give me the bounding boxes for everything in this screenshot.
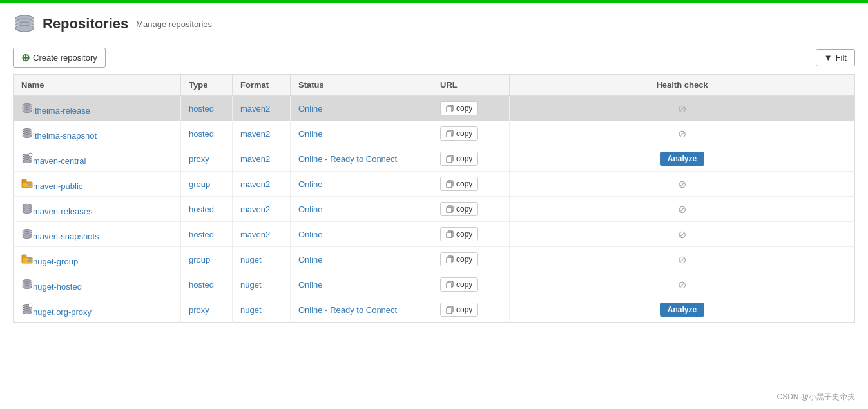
repository-format: maven2 (240, 230, 270, 239)
create-repository-button[interactable]: ⊕ Create repository (13, 48, 106, 68)
copy-url-button[interactable]: copy (440, 177, 478, 191)
repositories-icon (13, 12, 36, 35)
copy-icon (446, 155, 454, 163)
hosted-icon (21, 278, 33, 290)
toolbar: ⊕ Create repository ▼ Filt (0, 41, 868, 74)
col-header-type[interactable]: Type (181, 75, 233, 96)
repository-status: Online - Ready to Connect (298, 154, 397, 164)
repository-type: proxy (189, 154, 209, 164)
svg-text:→: → (29, 154, 32, 157)
col-header-status[interactable]: Status (291, 75, 432, 96)
proxy-icon: → (21, 303, 33, 315)
svg-point-22 (23, 134, 32, 137)
repository-type: group (189, 255, 210, 264)
svg-rect-87 (447, 308, 452, 314)
copy-url-button[interactable]: copy (440, 126, 478, 141)
svg-point-6 (15, 25, 34, 32)
table-header-row: Name ↑ Type Format Status URL Health che… (14, 75, 855, 96)
repository-status: Online (298, 230, 323, 239)
svg-point-83 (23, 310, 32, 314)
page-title: Repositories (43, 15, 128, 32)
table-row[interactable]: maven-publicgroupmaven2Online copy ⊘ (14, 172, 855, 197)
copy-url-button[interactable]: copy (440, 152, 478, 166)
svg-rect-51 (447, 207, 452, 213)
proxy-icon: → (21, 152, 33, 164)
hosted-icon (21, 203, 33, 214)
health-check-disabled: ⊘ (678, 179, 686, 190)
health-check-disabled: ⊘ (678, 279, 686, 290)
page-subtitle: Manage repositories (136, 19, 212, 29)
table-row[interactable]: maven-snapshotshostedmaven2Online copy ⊘ (14, 222, 855, 247)
copy-url-button[interactable]: copy (440, 227, 478, 241)
repository-type: hosted (189, 230, 214, 239)
repository-name-link[interactable]: maven-releases (33, 206, 93, 216)
repository-type: hosted (189, 129, 214, 139)
repository-name-link[interactable]: maven-snapshots (33, 232, 99, 241)
svg-text:→: → (29, 304, 32, 308)
col-header-format[interactable]: Format (233, 75, 291, 96)
repository-status: Online (298, 129, 323, 139)
repository-format: maven2 (240, 154, 270, 164)
hosted-icon (21, 127, 33, 139)
copy-icon (446, 281, 454, 288)
analyze-button[interactable]: Analyze (660, 152, 704, 166)
analyze-button[interactable]: Analyze (660, 303, 704, 317)
repository-name-link[interactable]: itheima-snapshot (33, 131, 97, 141)
filter-icon: ▼ (824, 53, 833, 63)
repository-name-link[interactable]: maven-central (33, 156, 86, 166)
copy-url-button[interactable]: copy (440, 303, 478, 317)
repositories-table-container: Name ↑ Type Format Status URL Health che… (0, 74, 868, 323)
repository-status: Online (298, 255, 323, 264)
svg-point-65 (27, 259, 32, 261)
repository-name-link[interactable]: nuget.org-proxy (33, 307, 92, 317)
svg-point-74 (23, 285, 32, 288)
copy-icon (446, 205, 454, 213)
table-row[interactable]: → nuget.org-proxyproxynugetOnline - Read… (14, 297, 855, 323)
svg-rect-42 (447, 182, 452, 188)
health-check-disabled: ⊘ (678, 103, 686, 114)
repository-status: Online - Ready to Connect (298, 305, 397, 315)
table-row[interactable]: nuget-groupgroupnugetOnline copy ⊘ (14, 247, 855, 272)
repository-name-link[interactable]: itheima-release (33, 106, 90, 115)
repository-format: maven2 (240, 129, 270, 139)
copy-url-button[interactable]: copy (440, 252, 478, 266)
filter-button[interactable]: ▼ Filt (816, 49, 855, 66)
copy-url-button[interactable]: copy (440, 101, 478, 115)
copy-url-button[interactable]: copy (440, 202, 478, 216)
hosted-icon (21, 228, 33, 239)
repositories-table: Name ↑ Type Format Status URL Health che… (13, 74, 855, 323)
repository-name-link[interactable]: maven-public (33, 181, 82, 191)
copy-url-button[interactable]: copy (440, 277, 478, 292)
repository-format: maven2 (240, 104, 270, 114)
health-check-disabled: ⊘ (678, 128, 686, 139)
repository-format: maven2 (240, 179, 270, 189)
filter-label: Filt (836, 53, 847, 63)
col-header-health[interactable]: Health check (510, 75, 855, 96)
svg-point-49 (23, 210, 32, 213)
repository-status: Online (298, 280, 323, 290)
col-header-url[interactable]: URL (432, 75, 510, 96)
repository-type: hosted (189, 204, 214, 214)
repository-type: group (189, 179, 210, 189)
repository-name-link[interactable]: nuget-group (33, 257, 78, 266)
copy-icon (446, 306, 454, 314)
table-row[interactable]: itheima-releasehostedmaven2Online copy ⊘ (14, 95, 855, 121)
copy-icon (446, 230, 454, 238)
group-icon (21, 253, 33, 264)
repository-name-link[interactable]: nuget-hosted (33, 282, 82, 292)
page-header: Repositories Manage repositories (0, 3, 868, 41)
table-row[interactable]: → maven-centralproxymaven2Online - Ready… (14, 146, 855, 172)
col-header-name[interactable]: Name ↑ (14, 75, 181, 96)
copy-icon (446, 255, 454, 263)
group-icon (21, 177, 33, 189)
health-check-disabled: ⊘ (678, 254, 686, 265)
table-row[interactable]: itheima-snapshothostedmaven2Online copy … (14, 121, 855, 146)
table-row[interactable]: maven-releaseshostedmaven2Online copy ⊘ (14, 197, 855, 222)
repository-type: hosted (189, 104, 214, 114)
svg-rect-67 (447, 257, 452, 263)
copy-icon (446, 105, 454, 112)
table-row[interactable]: nuget-hostedhostednugetOnline copy ⊘ (14, 272, 855, 297)
create-button-label: Create repository (33, 53, 97, 63)
health-check-disabled: ⊘ (678, 204, 686, 215)
svg-rect-76 (447, 283, 452, 288)
